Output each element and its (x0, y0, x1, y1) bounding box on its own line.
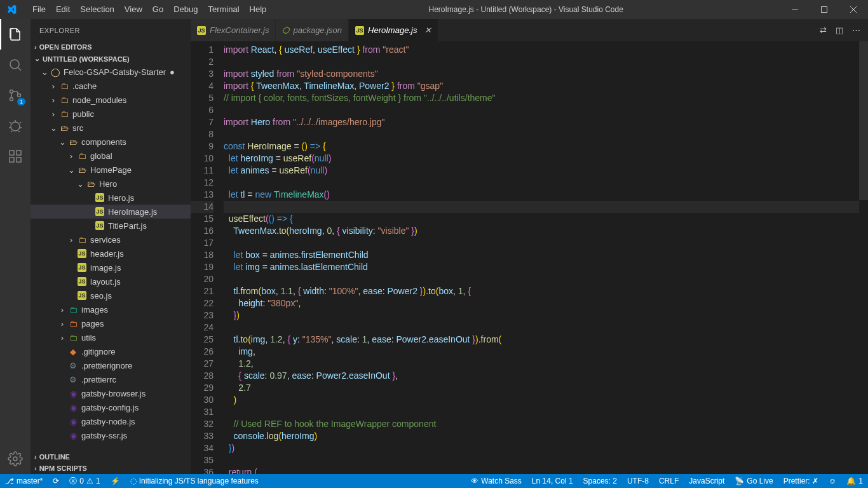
menu-view[interactable]: View (119, 0, 147, 19)
tree-prettierignore[interactable]: ⚙.prettierignore (31, 358, 191, 372)
vscode-logo-icon (0, 4, 22, 15)
menu-terminal[interactable]: Terminal (203, 0, 244, 19)
minimize-button[interactable] (780, 0, 810, 19)
source-control-icon[interactable]: 1 (0, 80, 31, 111)
tree-gatsby-config[interactable]: ◉gatsby-config.js (31, 400, 191, 414)
tree-gatsby-ssr[interactable]: ◉gatsby-ssr.js (31, 428, 191, 442)
code-content[interactable]: import React, { useRef, useEffect } from… (224, 41, 868, 474)
tree-services[interactable]: ›🗀services (31, 233, 191, 247)
outline-label: OUTLINE (39, 453, 70, 461)
error-icon: ⓧ (69, 476, 77, 487)
tree-components[interactable]: ⌄🗁components (31, 135, 191, 149)
menu-selection[interactable]: Selection (75, 0, 119, 19)
folder-icon: 🗀 (76, 151, 88, 161)
prettier-status[interactable]: Prettier: ✗ (778, 474, 824, 488)
tree-label: .prettierignore (81, 361, 132, 370)
tab-heroimage[interactable]: JSHeroImage.js✕ (349, 19, 438, 41)
tree-label: HeroImage.js (108, 207, 157, 217)
tree-image-js[interactable]: JSimage.js (31, 261, 191, 274)
folder-icon: 🗀 (67, 305, 79, 315)
tree-heroimage-js[interactable]: JSHeroImage.js (31, 205, 191, 219)
tree-hero-js[interactable]: JSHero.js (31, 191, 191, 205)
branch-status[interactable]: ⎇master* (0, 474, 48, 488)
tree-cache[interactable]: ›🗀.cache (31, 79, 191, 93)
settings-icon[interactable] (0, 444, 31, 474)
tree-gitignore[interactable]: ◆.gitignore (31, 344, 191, 358)
watch-sass[interactable]: 👁Watch Sass (466, 474, 527, 488)
tree-project[interactable]: ⌄◯Felco-GSAP-Gatsby-Starter● (31, 65, 191, 79)
extensions-icon[interactable] (0, 141, 31, 172)
close-button[interactable] (839, 0, 868, 19)
svg-point-4 (10, 98, 13, 101)
line-numbers: 1234567891011121314151617181920212223242… (191, 41, 224, 474)
tab-package[interactable]: ⬡package.json (276, 19, 349, 41)
menu-debug[interactable]: Debug (168, 0, 203, 19)
scrollbar[interactable] (859, 41, 868, 474)
editor-area: JSFlexContainer.js ⬡package.json JSHeroI… (191, 19, 868, 474)
menu-help[interactable]: Help (245, 0, 272, 19)
tree-label: layout.js (90, 277, 121, 287)
tree-seo-js[interactable]: JSseo.js (31, 288, 191, 302)
tree-prettierrc[interactable]: ⚙.prettierrc (31, 372, 191, 386)
tree-titlepart-js[interactable]: JSTitlePart.js (31, 219, 191, 233)
eol[interactable]: CRLF (654, 474, 684, 488)
tab-actions: ⇄ ◫ ⋯ (812, 19, 868, 41)
compare-icon[interactable]: ⇄ (820, 25, 827, 35)
indentation[interactable]: Spaces: 2 (578, 474, 622, 488)
close-icon[interactable]: ✕ (424, 25, 431, 35)
more-icon[interactable]: ⋯ (852, 25, 860, 35)
golive-label: Go Live (747, 477, 773, 485)
split-icon[interactable]: ◫ (836, 25, 843, 35)
tree-gatsby-browser[interactable]: ◉gatsby-browser.js (31, 386, 191, 400)
workspace-section[interactable]: ⌄UNTITLED (WORKSPACE) (31, 53, 191, 65)
tree-label: images (81, 305, 108, 315)
npm-scripts-section[interactable]: ›NPM SCRIPTS (31, 463, 191, 474)
tree-global[interactable]: ›🗀global (31, 149, 191, 163)
tree-label: gatsby-node.js (81, 417, 135, 426)
tree-gatsby-node[interactable]: ◉gatsby-node.js (31, 414, 191, 428)
explorer-title: EXPLORER (31, 19, 191, 41)
outline-section[interactable]: ›OUTLINE (31, 451, 191, 463)
tree-node-modules[interactable]: ›🗀node_modules (31, 93, 191, 107)
menu-edit[interactable]: Edit (51, 0, 75, 19)
activity-bar: 1 (0, 19, 31, 474)
feedback[interactable]: ☺ (824, 474, 841, 488)
folder-icon: 🗀 (67, 333, 79, 342)
gatsby-icon: ◉ (67, 431, 79, 440)
js-icon: JS (355, 26, 364, 35)
debug-icon[interactable] (0, 111, 31, 141)
open-editors-section[interactable]: ›OPEN EDITORS (31, 41, 191, 53)
tree-pages[interactable]: ›🗀pages (31, 316, 191, 330)
code-editor[interactable]: 1234567891011121314151617181920212223242… (191, 41, 868, 474)
tree-label: seo.js (90, 291, 112, 301)
tree-layout-js[interactable]: JSlayout.js (31, 274, 191, 288)
encoding[interactable]: UTF-8 (622, 474, 654, 488)
search-icon[interactable] (0, 50, 31, 80)
go-live[interactable]: 📡Go Live (729, 474, 778, 488)
modified-dot-icon: ● (170, 67, 175, 77)
language-mode[interactable]: JavaScript (684, 474, 729, 488)
problems-status[interactable]: ⓧ0⚠1 (64, 474, 105, 488)
warning-icon: ⚠ (86, 477, 93, 485)
tree-hero-folder[interactable]: ⌄🗁Hero (31, 177, 191, 191)
maximize-button[interactable] (810, 0, 839, 19)
tree-homepage[interactable]: ⌄🗁HomePage (31, 163, 191, 177)
tree-header-js[interactable]: JSheader.js (31, 247, 191, 261)
folder-icon: 🗀 (58, 95, 70, 105)
explorer-icon[interactable] (0, 19, 31, 50)
init-status[interactable]: ◌Initializing JS/TS language features (125, 474, 264, 488)
file-tree[interactable]: ⌄◯Felco-GSAP-Gatsby-Starter● ›🗀.cache ›🗀… (31, 65, 191, 451)
tab-flexcontainer[interactable]: JSFlexContainer.js (191, 19, 276, 41)
tree-images[interactable]: ›🗀images (31, 302, 191, 316)
notifications[interactable]: 🔔1 (841, 474, 868, 488)
npm-icon: ⬡ (282, 25, 289, 35)
tree-label: Hero (99, 179, 117, 189)
tree-src[interactable]: ⌄🗁src (31, 121, 191, 135)
tree-utils[interactable]: ›🗀utils (31, 330, 191, 344)
menu-file[interactable]: File (27, 0, 51, 19)
sync-status[interactable]: ⟳ (48, 474, 64, 488)
port-icon[interactable]: ⚡ (105, 474, 125, 488)
tree-public[interactable]: ›🗀public (31, 107, 191, 121)
menu-go[interactable]: Go (147, 0, 168, 19)
cursor-position[interactable]: Ln 14, Col 1 (527, 474, 578, 488)
